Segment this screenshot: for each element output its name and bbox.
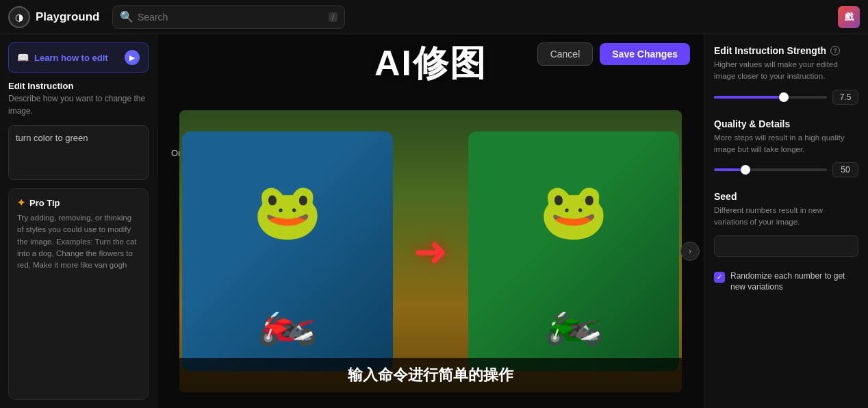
search-shortcut: / — [329, 12, 337, 22]
brand-icon: ◑ — [8, 6, 30, 28]
seed-desc: Different numbers result in new variatio… — [714, 205, 858, 229]
main-layout: 📖 Learn how to edit ▶ Edit Instruction D… — [0, 34, 868, 408]
quality-slider-track[interactable] — [714, 168, 827, 171]
quality-desc: More steps will result in a high quality… — [714, 132, 858, 156]
pro-tip-box: ✦ Pro Tip Try adding, removing, or think… — [8, 188, 149, 400]
subtitle-overlay: 输入命令进行简单的操作 — [179, 358, 682, 392]
quality-value: 50 — [832, 162, 858, 177]
seed-section: Seed Different numbers result in new var… — [714, 191, 858, 257]
canvas-actions: Cancel Save Changes — [537, 42, 690, 66]
image-container: ➜ 输入命令进行简单的操作 › — [157, 94, 704, 408]
seed-input[interactable] — [714, 235, 858, 257]
quality-slider-thumb[interactable] — [741, 165, 750, 175]
edit-instruction-title: Edit Instruction — [8, 81, 149, 91]
pro-tip-icon: ✦ — [17, 197, 25, 208]
strength-slider-track[interactable] — [714, 96, 827, 99]
brand-name: Playground — [36, 10, 100, 24]
strength-title: Edit Instruction Strength ? — [714, 45, 858, 56]
strength-section: Edit Instruction Strength ? Higher value… — [714, 45, 858, 105]
search-input[interactable] — [138, 12, 324, 23]
brand: ◑ Playground — [8, 6, 104, 28]
quality-title: Quality & Details — [714, 118, 858, 129]
main-image: ➜ 输入命令进行简单的操作 — [179, 110, 682, 392]
left-sidebar: 📖 Learn how to edit ▶ Edit Instruction D… — [0, 34, 157, 408]
pro-tip-title: ✦ Pro Tip — [17, 197, 140, 208]
avatar[interactable]: 戲 — [838, 6, 860, 28]
right-panel: Edit Instruction Strength ? Higher value… — [704, 34, 868, 408]
cancel-button[interactable]: Cancel — [537, 42, 593, 66]
strength-slider-fill — [714, 96, 784, 99]
randomize-row: ✓ Randomize each number to get new varia… — [714, 270, 858, 294]
canvas-area: AI修图 Cancel Save Changes Original ➜ 输入命令… — [157, 34, 704, 408]
pro-tip-text: Try adding, removing, or thinking of sty… — [17, 212, 140, 271]
strength-slider-thumb[interactable] — [779, 92, 789, 102]
seed-title: Seed — [714, 191, 858, 202]
quality-section: Quality & Details More steps will result… — [714, 118, 858, 178]
search-icon: 🔍 — [120, 10, 133, 23]
save-button[interactable]: Save Changes — [600, 43, 690, 65]
quality-slider-row: 50 — [714, 162, 858, 177]
randomize-label: Randomize each number to get new variati… — [730, 270, 858, 294]
frog-left-image — [182, 131, 393, 371]
canvas-header: AI修图 Cancel Save Changes — [157, 34, 704, 88]
book-icon: 📖 — [17, 52, 29, 63]
canvas-title: AI修图 — [374, 40, 487, 88]
learn-how-to-edit-button[interactable]: 📖 Learn how to edit ▶ — [8, 42, 149, 73]
image-background: ➜ 输入命令进行简单的操作 — [179, 110, 682, 392]
arrow-icon: ➜ — [413, 227, 448, 275]
edit-instruction-desc: Describe how you want to change the imag… — [8, 92, 149, 117]
edit-instruction-input[interactable]: turn color to green — [8, 125, 149, 180]
search-bar[interactable]: 🔍 / — [112, 5, 345, 29]
edit-instruction-section: Edit Instruction Describe how you want t… — [8, 81, 149, 117]
strength-info-icon[interactable]: ? — [830, 46, 840, 55]
top-navigation: ◑ Playground 🔍 / 戲 — [0, 0, 868, 34]
strength-slider-row: 7.5 — [714, 90, 858, 105]
strength-value: 7.5 — [832, 90, 858, 105]
strength-desc: Higher values will make your edited imag… — [714, 59, 858, 83]
frog-right-image — [468, 131, 679, 371]
chevron-button[interactable]: › — [680, 242, 700, 261]
play-icon: ▶ — [125, 50, 140, 65]
randomize-checkbox[interactable]: ✓ — [714, 272, 725, 283]
